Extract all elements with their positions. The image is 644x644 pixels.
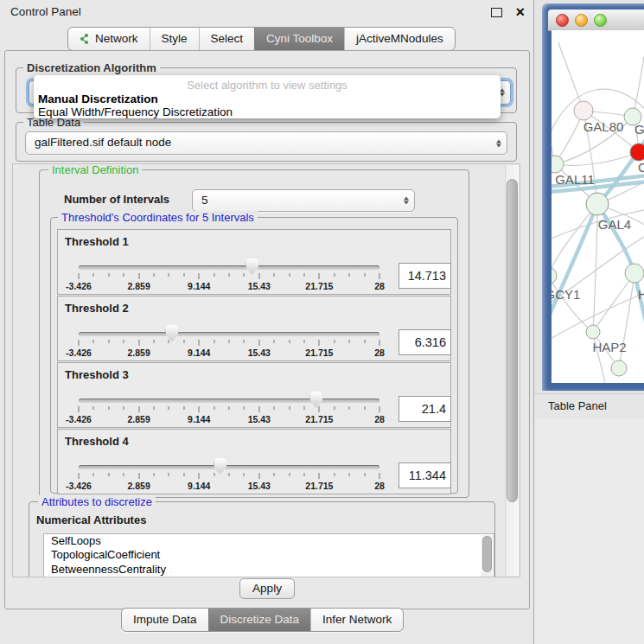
threshold-value-field[interactable]: 14.713 bbox=[399, 263, 451, 289]
network-node-gal80[interactable] bbox=[574, 101, 593, 120]
network-icon bbox=[80, 33, 91, 45]
tab-label: Style bbox=[162, 29, 188, 49]
algorithm-dropdown-popup: Select algorithm to view settings Manual… bbox=[34, 75, 501, 118]
network-canvas-svg: GAL80GACGAL11GAL4GCY1HHAP2 bbox=[552, 30, 644, 383]
slider-ticks bbox=[79, 273, 379, 280]
right-column: GAL80GACGAL11GAL4GCY1HHAP2 Table Panel bbox=[534, 0, 644, 644]
popup-prompt: Select algorithm to view settings bbox=[34, 75, 501, 92]
slider-track[interactable] bbox=[79, 332, 379, 336]
tab-label: jActiveMNodules bbox=[356, 29, 443, 49]
threshold-panel: Threshold 4 -3.4262.8599.14415.4321.7152… bbox=[57, 429, 451, 494]
network-node-gcy1[interactable] bbox=[552, 267, 557, 284]
network-view-window: GAL80GACGAL11GAL4GCY1HHAP2 bbox=[542, 3, 644, 391]
control-panel-tab[interactable]: Cyni Toolbox bbox=[254, 28, 344, 50]
table-panel-title: Table Panel bbox=[548, 394, 607, 418]
group-title: Discretization Algorithm bbox=[23, 61, 160, 74]
control-panel-tabbar: Network Style Select Cyni Toolbox bbox=[67, 27, 456, 51]
threshold-slider[interactable]: -3.4262.8599.14415.4321.71528 bbox=[79, 392, 379, 426]
threshold-list: Threshold 1 -3.4262.8599.14415.4321.7152… bbox=[57, 229, 451, 495]
slider-tick-labels: -3.4262.8599.14415.4321.71528 bbox=[79, 348, 379, 358]
slider-ticks bbox=[79, 406, 379, 413]
tab-label: Discretize Data bbox=[220, 609, 300, 630]
table-panel-titlebar: Table Panel bbox=[534, 393, 644, 419]
network-node-label: GCY1 bbox=[552, 287, 580, 302]
threshold-label: Threshold 1 bbox=[65, 235, 129, 248]
network-canvas[interactable]: GAL80GACGAL11GAL4GCY1HHAP2 bbox=[552, 30, 644, 383]
network-node-label: GAL11 bbox=[555, 172, 595, 187]
threshold-panel: Threshold 2 -3.4262.8599.14415.4321.7152… bbox=[57, 296, 451, 361]
network-edge[interactable] bbox=[555, 152, 639, 165]
list-scrollbar-thumb[interactable] bbox=[482, 536, 492, 572]
zoom-traffic-light-icon[interactable] bbox=[594, 14, 607, 27]
slider-track[interactable] bbox=[79, 399, 379, 403]
attribute-list-item[interactable]: BetweennessCentrality bbox=[44, 563, 494, 577]
network-node-gal4[interactable] bbox=[586, 193, 609, 215]
control-panel: Control Panel × Network Style bbox=[0, 0, 534, 644]
network-edge[interactable] bbox=[552, 276, 593, 332]
threshold-value-field[interactable]: 6.316 bbox=[399, 329, 451, 355]
network-edge[interactable] bbox=[552, 204, 597, 276]
tab-label: Cyni Toolbox bbox=[266, 29, 333, 49]
control-panel-tab[interactable]: Style bbox=[150, 28, 199, 50]
slider-track[interactable] bbox=[79, 265, 379, 270]
minimize-traffic-light-icon[interactable] bbox=[575, 14, 588, 27]
slider-tick-labels: -3.4262.8599.14415.4321.71528 bbox=[79, 414, 379, 424]
combo-arrows-icon bbox=[496, 139, 501, 147]
network-node-label: C bbox=[638, 160, 644, 175]
network-window-titlebar[interactable] bbox=[548, 10, 644, 31]
network-node-c[interactable] bbox=[630, 143, 644, 161]
threshold-label: Threshold 2 bbox=[65, 302, 129, 315]
tab-label: Select bbox=[211, 29, 244, 49]
cyni-mode-tab[interactable]: Impute Data bbox=[122, 609, 208, 631]
cyni-mode-tab[interactable]: Infer Network bbox=[310, 609, 403, 631]
threshold-slider[interactable]: -3.4262.8599.14415.4321.71528 bbox=[79, 458, 379, 493]
network-node-h[interactable] bbox=[625, 264, 644, 283]
slider-ticks bbox=[79, 340, 379, 347]
control-panel-tab[interactable]: Select bbox=[199, 28, 255, 50]
tab-label: Impute Data bbox=[133, 609, 197, 630]
table-data-combobox[interactable]: galFiltered.sif default node bbox=[25, 131, 507, 155]
settings-scrollbar-thumb[interactable] bbox=[507, 179, 518, 502]
threshold-slider[interactable]: -3.4262.8599.14415.4321.71528 bbox=[79, 258, 379, 293]
threshold-value-field[interactable]: 21.4 bbox=[399, 396, 451, 422]
algorithm-option[interactable]: Manual Discretization bbox=[34, 92, 501, 105]
num-intervals-combobox[interactable]: 5 bbox=[192, 189, 415, 212]
tab-label: Infer Network bbox=[322, 609, 392, 630]
close-icon[interactable]: × bbox=[515, 1, 525, 23]
control-panel-tab[interactable]: Network bbox=[68, 28, 150, 50]
close-traffic-light-icon[interactable] bbox=[556, 14, 569, 27]
algorithm-option[interactable]: Equal Width/Frequency Discretization bbox=[34, 105, 501, 118]
control-panel-tab[interactable]: jActiveMNodules bbox=[344, 28, 455, 50]
numerical-attributes-label: Numerical Attributes bbox=[36, 513, 146, 526]
attribute-list-item[interactable]: TopologicalCoefficient bbox=[44, 548, 494, 562]
screen: Control Panel × Network Style bbox=[0, 0, 644, 644]
interval-definition-group: Interval Definition Number of Intervals … bbox=[39, 169, 469, 498]
slider-track[interactable] bbox=[79, 465, 379, 469]
control-panel-titlebar: Control Panel × bbox=[0, 0, 533, 24]
network-node-label: GA bbox=[634, 122, 644, 137]
table-panel-body: ✓ ✓ shared... n YDL19... YDL1 bbox=[534, 418, 644, 644]
threshold-slider[interactable]: -3.4262.8599.14415.4321.71528 bbox=[79, 325, 379, 360]
threshold-panel: Threshold 3 -3.4262.8599.14415.4321.7152… bbox=[57, 362, 451, 428]
network-edge[interactable] bbox=[552, 204, 597, 322]
apply-button[interactable]: Apply bbox=[239, 578, 295, 599]
network-edge[interactable] bbox=[593, 273, 634, 332]
network-node-unlabeled[interactable] bbox=[611, 360, 627, 376]
settings-scrollpane: Interval Definition Number of Intervals … bbox=[12, 163, 520, 577]
num-intervals-label: Number of Intervals bbox=[64, 193, 169, 206]
table-data-group: Table Data galFiltered.sif default node bbox=[16, 122, 517, 162]
combo-arrows-icon bbox=[404, 197, 409, 205]
network-edge[interactable] bbox=[597, 204, 634, 273]
network-edge[interactable] bbox=[633, 56, 644, 117]
network-node-hap2[interactable] bbox=[586, 325, 600, 339]
group-title: Interval Definition bbox=[48, 163, 142, 176]
cyni-mode-tab[interactable]: Discretize Data bbox=[208, 609, 311, 631]
group-title: Attributes to discretize bbox=[38, 495, 156, 508]
slider-tick-labels: -3.4262.8599.14415.4321.71528 bbox=[79, 481, 379, 491]
threshold-value-field[interactable]: 11.344 bbox=[399, 462, 451, 488]
float-window-icon[interactable] bbox=[491, 8, 502, 17]
network-node-label: H bbox=[638, 287, 644, 302]
attribute-list-item[interactable]: SelfLoops bbox=[44, 534, 494, 548]
settings-scrollbar bbox=[505, 165, 519, 576]
network-edge[interactable] bbox=[558, 42, 583, 111]
